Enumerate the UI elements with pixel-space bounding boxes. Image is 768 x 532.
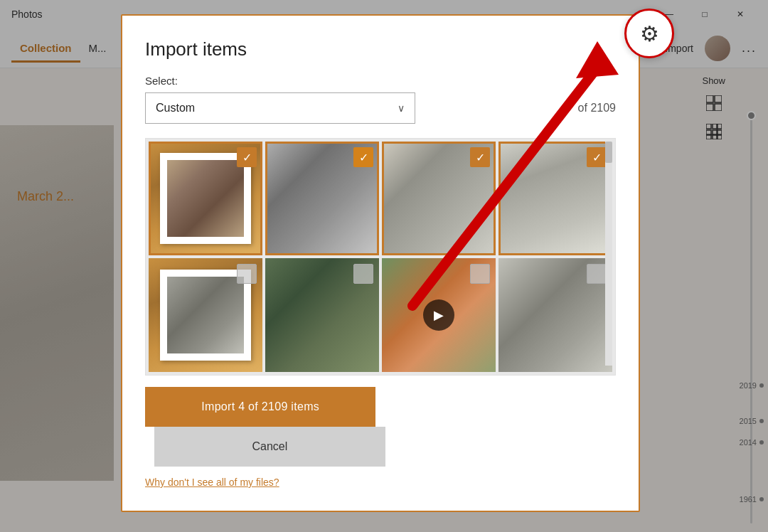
select-label: Select: [145, 75, 616, 87]
photo-cell-1[interactable]: ✓ [149, 142, 262, 255]
photo-cell-6[interactable] [265, 258, 379, 372]
photo-cell-4[interactable]: ✓ [498, 142, 612, 255]
cancel-button[interactable]: Cancel [154, 427, 385, 467]
photo-cell-3[interactable]: ✓ [382, 142, 496, 255]
import-button[interactable]: Import 4 of 2109 items [145, 387, 375, 427]
photo-cell-7[interactable]: ▶ [382, 258, 496, 372]
photo-cell-5[interactable] [149, 258, 262, 372]
chevron-down-icon: ∨ [398, 102, 405, 114]
dialog-title: Import items [145, 38, 616, 60]
grid-scrollbar-thumb[interactable] [605, 142, 612, 163]
grid-scrollbar[interactable] [605, 142, 612, 366]
photo-grid-container: ✓ ✓ ✓ ✓ [145, 138, 616, 376]
photo-checkbox-1[interactable]: ✓ [237, 147, 257, 167]
photo-checkbox-7[interactable] [470, 264, 490, 284]
gear-icon: ⚙ [640, 21, 659, 46]
photo-checkbox-4[interactable]: ✓ [587, 147, 607, 167]
settings-icon-circle[interactable]: ⚙ [624, 9, 674, 58]
photo-checkbox-5[interactable] [237, 264, 257, 284]
select-row: Custom ∨ of 2109 [145, 92, 616, 124]
video-play-button[interactable]: ▶ [423, 299, 454, 331]
photo-checkbox-3[interactable]: ✓ [470, 147, 490, 167]
photo-checkbox-2[interactable]: ✓ [353, 147, 373, 167]
custom-dropdown[interactable]: Custom ∨ [145, 92, 415, 124]
photo-cell-8[interactable] [498, 258, 612, 372]
photo-woman-hat [167, 160, 245, 238]
import-dialog: ⚙ Import items Select: Custom ∨ of 2109 … [121, 14, 640, 512]
photo-checkbox-6[interactable] [353, 264, 373, 284]
items-count: of 2109 [578, 102, 616, 115]
photo-grid: ✓ ✓ ✓ ✓ [146, 139, 615, 375]
help-link[interactable]: Why don't I see all of my files? [145, 477, 279, 488]
photo-checkbox-8[interactable] [587, 264, 607, 284]
photo-cell-2[interactable]: ✓ [265, 142, 379, 255]
photo-woman-sitting [167, 277, 245, 354]
dropdown-value: Custom [156, 102, 195, 115]
dialog-footer: Import 4 of 2109 items Cancel [145, 387, 616, 467]
